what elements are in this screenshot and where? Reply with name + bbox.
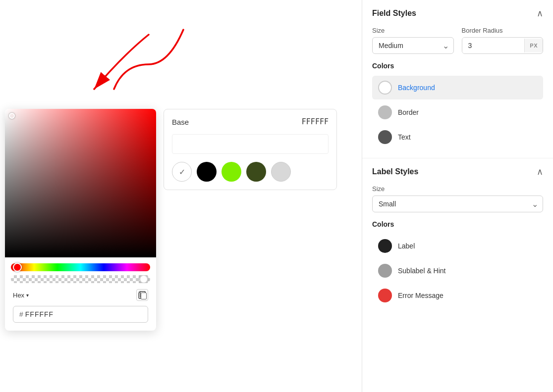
color-row-border[interactable]: Border	[372, 100, 543, 124]
swatches-panel: Base FFFFFF ✓	[164, 109, 337, 190]
color-picker-handle[interactable]	[9, 113, 15, 119]
border-color-dot	[378, 105, 392, 119]
hex-value-display: FFFFFF	[25, 310, 54, 318]
size-select-wrapper: Medium	[372, 37, 454, 54]
label-styles-header: Label Styles ∧	[372, 166, 543, 177]
alpha-handle[interactable]	[139, 275, 148, 283]
label-styles-collapse-button[interactable]: ∧	[537, 166, 543, 177]
label-styles-section: Label Styles ∧ Size Small Colors Label S…	[362, 158, 553, 316]
field-colors-label: Colors	[372, 62, 543, 70]
size-label: Size	[372, 27, 454, 34]
hex-label[interactable]: Hex ▾	[13, 292, 29, 299]
swatch-lime[interactable]	[221, 162, 241, 182]
hex-dropdown-icon: ▾	[26, 293, 29, 298]
svg-rect-2	[140, 292, 145, 297]
swatch-circles: ✓	[172, 162, 329, 182]
size-select[interactable]: Medium	[372, 37, 454, 54]
copy-icon[interactable]	[136, 289, 148, 301]
field-styles-form-row: Size Medium Border Radius PX	[372, 27, 543, 54]
error-color-dot	[378, 289, 392, 302]
field-styles-section: Field Styles ∧ Size Medium Border Radius…	[362, 0, 553, 158]
label-size-select-wrapper: Small	[372, 196, 543, 212]
swatch-check-circle[interactable]: ✓	[172, 162, 192, 182]
swatch-dark-olive[interactable]	[246, 162, 266, 182]
hex-input-container[interactable]: # FFFFFF	[13, 306, 148, 323]
color-row-text[interactable]: Text	[372, 125, 543, 149]
field-styles-collapse-button[interactable]: ∧	[537, 8, 543, 19]
svg-rect-1	[139, 293, 144, 298]
color-row-sublabel[interactable]: Sublabel & Hint	[372, 259, 543, 283]
border-radius-input[interactable]: PX	[462, 37, 544, 54]
color-row-error[interactable]: Error Message	[372, 284, 543, 307]
label-colors-label: Colors	[372, 220, 543, 228]
border-radius-label: Border Radius	[462, 27, 544, 34]
field-styles-title: Field Styles	[372, 9, 416, 18]
size-group: Size Medium	[372, 27, 454, 54]
hex-format-text: Hex	[13, 292, 24, 299]
color-picker-popup: Hex ▾ # FFFFFF	[5, 109, 156, 331]
text-color-dot	[378, 130, 392, 144]
left-panel: Hex ▾ # FFFFFF Base FFFFFF	[0, 0, 362, 392]
border-radius-unit: PX	[524, 39, 543, 52]
label-color-name: Label	[398, 242, 415, 250]
label-size-select[interactable]: Small	[372, 196, 543, 212]
background-color-dot	[378, 81, 392, 95]
color-picker-controls: Hex ▾ # FFFFFF	[5, 257, 156, 323]
border-radius-group: Border Radius PX	[462, 27, 544, 54]
swatch-hex-display: FFFFFF	[302, 117, 329, 126]
alpha-slider[interactable]	[11, 275, 150, 283]
field-styles-header: Field Styles ∧	[372, 8, 543, 19]
hue-slider[interactable]	[11, 263, 150, 271]
hue-handle[interactable]	[13, 263, 22, 272]
background-color-name: Background	[398, 84, 435, 92]
label-color-dot	[378, 239, 392, 253]
border-radius-value[interactable]	[462, 38, 525, 53]
color-gradient[interactable]	[5, 109, 156, 257]
swatch-black[interactable]	[197, 162, 217, 182]
hex-row: Hex ▾	[11, 289, 150, 301]
border-color-name: Border	[398, 108, 419, 116]
sublabel-color-name: Sublabel & Hint	[398, 267, 446, 275]
swatch-light-gray[interactable]	[271, 162, 291, 182]
hex-hash: #	[19, 310, 23, 318]
text-color-name: Text	[398, 133, 411, 141]
label-size-label: Size	[372, 185, 543, 193]
sublabel-color-dot	[378, 264, 392, 278]
right-panel: Field Styles ∧ Size Medium Border Radius…	[362, 0, 553, 392]
color-row-background[interactable]: Background	[372, 76, 543, 99]
swatch-preview	[172, 134, 329, 154]
label-size-group: Size Small	[372, 185, 543, 212]
error-color-name: Error Message	[398, 292, 443, 299]
color-row-label[interactable]: Label	[372, 234, 543, 258]
swatch-base-label: Base	[172, 118, 189, 126]
label-styles-title: Label Styles	[372, 167, 418, 176]
swatch-header: Base FFFFFF	[172, 117, 329, 126]
